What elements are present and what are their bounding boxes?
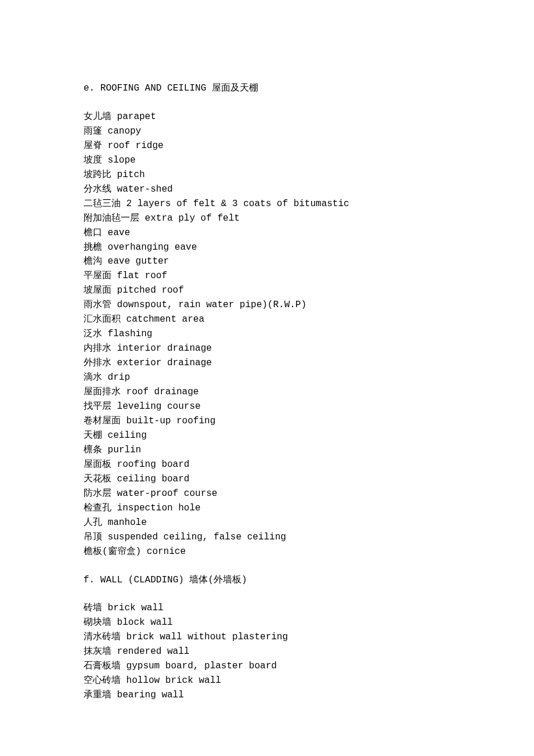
list-item: 检查孔 inspection hole	[84, 501, 534, 516]
list-item: 分水线 water-shed	[84, 182, 534, 197]
section-f-heading: f. WALL (CLADDING) 墙体(外墙板)	[84, 573, 534, 588]
list-item: 找平层 leveling course	[84, 399, 534, 414]
list-item: 二毡三油 2 layers of felt & 3 coats of bitum…	[84, 197, 534, 211]
list-item: 吊顶 suspended ceiling, false ceiling	[84, 530, 534, 545]
heading-text: e. ROOFING AND CEILING 屋面及天棚	[84, 83, 258, 93]
list-item: 防水层 water-proof course	[84, 487, 534, 501]
list-item: 承重墙 bearing wall	[84, 688, 534, 703]
list-item: 平屋面 flat roof	[84, 269, 534, 283]
list-item: 天棚 ceiling	[84, 429, 534, 443]
list-item: 外排水 exterior drainage	[84, 356, 534, 370]
list-item: 人孔 manhole	[84, 516, 534, 530]
list-item: 檐口 eave	[84, 226, 534, 240]
list-item: 砌块墙 block wall	[84, 615, 534, 630]
list-item: 挑檐 overhanging eave	[84, 240, 534, 255]
list-item: 内排水 interior drainage	[84, 341, 534, 356]
list-item: 卷材屋面 built-up roofing	[84, 414, 534, 429]
list-item: 雨篷 canopy	[84, 124, 534, 139]
list-item: 檐沟 eave gutter	[84, 254, 534, 269]
list-item: 屋脊 roof ridge	[84, 139, 534, 153]
list-item: 石膏板墙 gypsum board, plaster board	[84, 659, 534, 674]
section-f-list: 砖墙 brick wall 砌块墙 block wall 清水砖墙 brick …	[84, 601, 534, 703]
list-item: 檩条 purlin	[84, 443, 534, 458]
list-item: 坡度 slope	[84, 153, 534, 168]
list-item: 坡屋面 pitched roof	[84, 283, 534, 298]
section-e-list: 女儿墙 parapet 雨篷 canopy 屋脊 roof ridge 坡度 s…	[84, 110, 534, 559]
list-item: 滴水 drip	[84, 370, 534, 385]
document-page: e. ROOFING AND CEILING 屋面及天棚 女儿墙 parapet…	[0, 0, 534, 756]
section-e-heading: e. ROOFING AND CEILING 屋面及天棚	[84, 81, 534, 96]
list-item: 附加油毡一层 extra ply of felt	[84, 211, 534, 226]
list-item: 清水砖墙 brick wall without plastering	[84, 630, 534, 645]
list-item: 檐板(窗帘盒) cornice	[84, 545, 534, 559]
list-item: 屋面板 roofing board	[84, 458, 534, 472]
list-item: 空心砖墙 hollow brick wall	[84, 674, 534, 688]
list-item: 女儿墙 parapet	[84, 110, 534, 124]
list-item: 砖墙 brick wall	[84, 601, 534, 615]
list-item: 雨水管 downspout, rain water pipe)(R.W.P)	[84, 298, 534, 312]
list-item: 汇水面积 catchment area	[84, 312, 534, 327]
list-item: 天花板 ceiling board	[84, 472, 534, 487]
list-item: 泛水 flashing	[84, 327, 534, 341]
list-item: 抹灰墙 rendered wall	[84, 645, 534, 659]
list-item: 坡跨比 pitch	[84, 168, 534, 182]
heading-text: f. WALL (CLADDING) 墙体(外墙板)	[84, 575, 247, 585]
list-item: 屋面排水 roof drainage	[84, 385, 534, 399]
